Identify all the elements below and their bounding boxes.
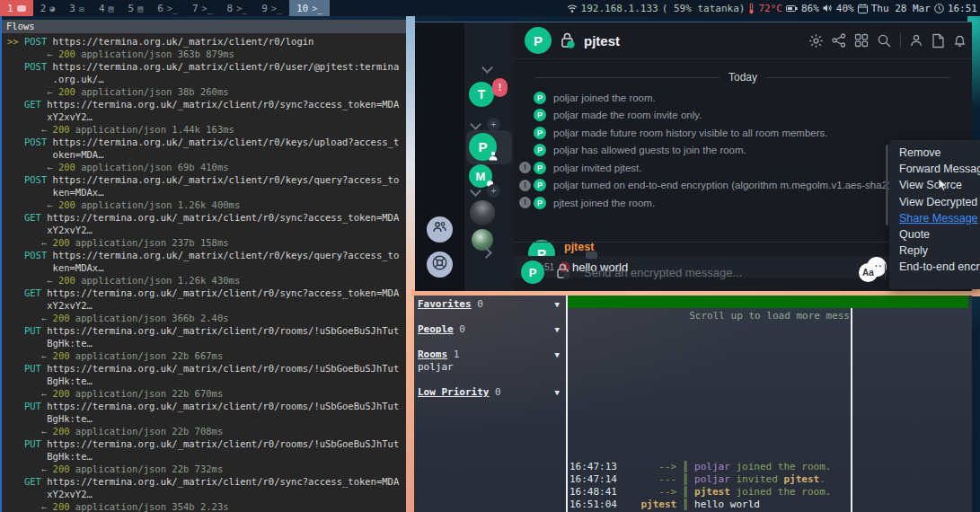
collapse-triangle-icon[interactable]: ▼ bbox=[555, 298, 560, 311]
menu-item-end-to-end-encryption[interactable]: End-to-end encryption bbox=[889, 259, 980, 275]
menu-item-view-decrypted-source[interactable]: View Decrypted Source bbox=[889, 194, 980, 210]
message-input[interactable]: Send an encrypted message... bbox=[584, 266, 742, 279]
explore-communities-button[interactable] bbox=[427, 252, 453, 278]
chat-log: 16:47:13 --> ║ poljar joined the room.16… bbox=[569, 461, 831, 511]
mitmproxy-window: Flows >> POST https://termina.org.uk/_ma… bbox=[2, 20, 406, 512]
menu-item-reply[interactable]: Reply bbox=[889, 243, 980, 259]
menu-item-share-message[interactable]: Share Message bbox=[889, 210, 980, 226]
people-section-header: + bbox=[472, 184, 500, 198]
workspace-4[interactable]: 4▤ bbox=[92, 0, 121, 16]
workspace-7[interactable]: 7>_ bbox=[185, 0, 220, 16]
workspace-number: 5 bbox=[128, 3, 135, 14]
timeline-event[interactable]: Ppoljar made the room invite only. bbox=[514, 107, 972, 125]
log-text: hello world bbox=[694, 499, 760, 510]
flow-row[interactable]: POST https://termina.org.uk/_matrix/clie… bbox=[7, 60, 406, 98]
log-line: 16:47:13 --> ║ poljar joined the room. bbox=[569, 461, 831, 473]
buffer-section-favorites: Favorites 0▼ bbox=[418, 298, 565, 311]
flow-row[interactable]: GET https://termina.org.uk/_matrix/clien… bbox=[7, 98, 406, 136]
timeline-event[interactable]: Ppoljar joined the room. bbox=[514, 89, 972, 107]
buffer-section-low-priority: Low Priority 0▼ bbox=[418, 386, 565, 399]
add-person-icon[interactable]: + bbox=[487, 184, 500, 198]
log-text: poljar bbox=[694, 473, 730, 485]
battery-status: ( 59% tatanka) bbox=[662, 3, 746, 14]
flow-row[interactable]: >> POST https://termina.org.uk/_matrix/c… bbox=[7, 35, 406, 60]
menu-item-quote[interactable]: Quote bbox=[889, 226, 980, 243]
settings-icon[interactable] bbox=[808, 33, 824, 49]
gomuks-chat-area: Scroll up to load more mess 16:47:13 -->… bbox=[568, 296, 968, 512]
timeline-event[interactable]: Ppoljar made future room history visible… bbox=[514, 124, 972, 142]
workspace-9[interactable]: 9>_ bbox=[254, 0, 289, 16]
log-time: 16:47:13 bbox=[569, 461, 617, 472]
workspace-3[interactable]: 3✉ bbox=[62, 0, 92, 16]
collapse-triangle-icon[interactable]: ▼ bbox=[555, 386, 560, 399]
volume-icon bbox=[823, 4, 833, 13]
group-people-icon bbox=[432, 221, 447, 238]
notifications-bell-icon[interactable] bbox=[953, 33, 967, 49]
log-text: joined the room. bbox=[730, 486, 832, 498]
mail-icon: ✉ bbox=[79, 4, 84, 13]
log-time: 16:48:41 bbox=[569, 486, 617, 498]
room-avatar-invite[interactable]: T bbox=[469, 82, 494, 107]
chevron-down-icon[interactable] bbox=[481, 62, 493, 74]
create-community-button[interactable] bbox=[427, 216, 453, 243]
flow-row[interactable]: POST https://termina.org.uk/_matrix/clie… bbox=[7, 136, 406, 173]
flow-row[interactable]: GET https://termina.org.uk/_matrix/clien… bbox=[7, 287, 406, 324]
flow-row[interactable]: POST https://termina.org.uk/_matrix/clie… bbox=[7, 173, 406, 211]
flow-row[interactable]: POST https://termina.org.uk/_matrix/clie… bbox=[7, 249, 406, 287]
volume-percent: 40% bbox=[836, 3, 854, 14]
collapse-triangle-icon[interactable]: ▼ bbox=[555, 323, 560, 336]
menu-item-remove[interactable]: Remove bbox=[889, 145, 980, 161]
search-icon[interactable] bbox=[877, 33, 892, 49]
room-header-icons bbox=[808, 33, 972, 49]
flow-row[interactable]: GET https://termina.org.uk/_matrix/clien… bbox=[7, 211, 406, 249]
flow-row[interactable]: PUT https://termina.org.uk/_matrix/clien… bbox=[7, 400, 406, 437]
term-icon: >_ bbox=[236, 4, 247, 13]
add-room-icon[interactable]: + bbox=[487, 118, 500, 131]
workspace-10[interactable]: 10>_ bbox=[289, 0, 330, 16]
book-icon: ▤ bbox=[109, 4, 114, 13]
log-text: joined the room. bbox=[730, 461, 832, 472]
section-header[interactable]: People 0▼ bbox=[418, 323, 565, 336]
event-avatar: P bbox=[534, 197, 546, 209]
menu-item-view-source[interactable]: View Source bbox=[889, 177, 980, 193]
chevron-down-icon[interactable] bbox=[470, 119, 481, 130]
room-avatar-photo-tower[interactable] bbox=[470, 200, 495, 225]
room-avatar-photo-globe[interactable] bbox=[472, 229, 493, 251]
community-sidebar bbox=[415, 22, 464, 291]
workspace-5[interactable]: 5▤ bbox=[121, 0, 151, 16]
room-item[interactable]: poljar bbox=[418, 361, 565, 374]
chevron-down-icon[interactable] bbox=[470, 185, 481, 197]
workspace-8[interactable]: 8>_ bbox=[220, 0, 255, 16]
formatting-chip[interactable] bbox=[586, 252, 597, 259]
section-header[interactable]: Favorites 0▼ bbox=[418, 298, 565, 311]
files-icon[interactable] bbox=[931, 33, 945, 49]
flow-row[interactable]: PUT https://termina.org.uk/_matrix/clien… bbox=[7, 324, 406, 362]
flow-row[interactable]: PUT https://termina.org.uk/_matrix/clien… bbox=[7, 362, 406, 400]
event-avatar: P bbox=[534, 162, 546, 174]
workspace-2[interactable]: 2◕ bbox=[33, 0, 63, 16]
encrypted-room-lock-icon bbox=[559, 31, 577, 49]
workspace-number: 9 bbox=[261, 3, 268, 14]
buffer-list: Favorites 0▼People 0▼Rooms 1▼poljarLow P… bbox=[414, 296, 565, 512]
menu-item-forward-message[interactable]: Forward Message bbox=[889, 161, 980, 177]
format-toggle-button[interactable]: Aa bbox=[859, 263, 878, 282]
mouse-cursor bbox=[938, 178, 949, 196]
term-icon: >_ bbox=[167, 4, 178, 13]
timeline-scrollbar[interactable] bbox=[886, 145, 888, 225]
workspace-6[interactable]: 6>_ bbox=[150, 0, 185, 16]
flow-row[interactable]: PUT https://termina.org.uk/_matrix/clien… bbox=[7, 437, 406, 475]
room-header: P pjtest bbox=[514, 22, 972, 59]
flow-row[interactable]: GET https://termina.org.uk/_matrix/clien… bbox=[7, 475, 406, 512]
battery-percent: 86% bbox=[801, 3, 819, 14]
members-icon[interactable] bbox=[909, 33, 923, 48]
section-header[interactable]: Low Priority 0▼ bbox=[418, 386, 565, 399]
message-context-menu: RemoveForward MessageView SourceView Dec… bbox=[889, 140, 980, 289]
top-status-bar: 12◕3✉4▤5▤6>_7>_8>_9>_10>_ 192.168.1.133 … bbox=[0, 0, 980, 16]
room-avatar[interactable]: P bbox=[525, 27, 552, 54]
section-header[interactable]: Rooms 1▼ bbox=[418, 349, 565, 361]
workspace-number: 3 bbox=[69, 3, 75, 14]
apps-grid-icon[interactable] bbox=[854, 33, 869, 48]
workspace-1[interactable]: 1 bbox=[0, 0, 33, 16]
collapse-triangle-icon[interactable]: ▼ bbox=[555, 349, 560, 361]
share-icon[interactable] bbox=[832, 33, 846, 48]
